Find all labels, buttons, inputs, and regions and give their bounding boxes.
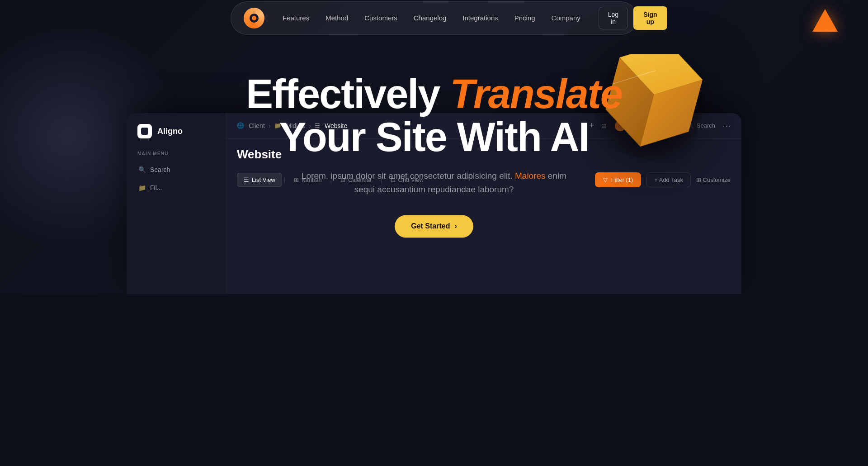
- sidebar-filter-label: Fil...: [150, 184, 162, 191]
- filter-icon: 📁: [138, 184, 146, 191]
- sidebar-search-label: Search: [150, 166, 170, 173]
- page-wrapper: Features Method Customers Changelog Inte…: [0, 0, 868, 466]
- sidebar-logo-text: Aligno: [157, 127, 183, 136]
- sidebar-section-label: MAIN MENU: [134, 151, 218, 156]
- sidebar-item-search[interactable]: 🔍 Search: [134, 162, 218, 178]
- nav-link-features[interactable]: Features: [283, 14, 309, 22]
- nav-inner: Features Method Customers Changelog Inte…: [231, 1, 637, 35]
- get-started-button[interactable]: Get Started ›: [395, 215, 473, 238]
- nav-link-company[interactable]: Company: [552, 14, 580, 22]
- nav-links: Features Method Customers Changelog Inte…: [283, 14, 580, 22]
- nav-item-integrations[interactable]: Integrations: [462, 14, 498, 22]
- nav-link-pricing[interactable]: Pricing: [514, 14, 535, 22]
- nav-link-integrations[interactable]: Integrations: [462, 14, 498, 22]
- nav-logo: [244, 8, 264, 29]
- sidebar-logo: Aligno: [134, 124, 218, 138]
- nav-item-customers[interactable]: Customers: [364, 14, 397, 22]
- signup-button[interactable]: Sign up: [633, 6, 667, 30]
- sidebar-item-filter[interactable]: 📁 Fil...: [134, 180, 218, 196]
- hero-title: Effectively TranslateYour Site With AI: [231, 73, 637, 158]
- nav-link-customers[interactable]: Customers: [364, 14, 397, 22]
- nav-item-changelog[interactable]: Changelog: [414, 14, 447, 22]
- sidebar-logo-icon: [137, 124, 152, 138]
- navbar: Features Method Customers Changelog Inte…: [0, 0, 868, 36]
- hero-title-highlight: Translate: [450, 71, 622, 117]
- app-sidebar: Aligno MAIN MENU 🔍 Search 📁 Fil...: [127, 113, 226, 294]
- hero-subtitle: Lorem, ipsum dolor sit amet consectetur …: [298, 169, 570, 197]
- hero-title-part2: Your Site With AI: [279, 114, 589, 160]
- logo-icon: [244, 8, 264, 29]
- nav-auth: Log in Sign up: [599, 6, 667, 30]
- sidebar-logo-icon-inner: [141, 128, 148, 135]
- nav-link-changelog[interactable]: Changelog: [414, 14, 447, 22]
- search-icon: 🔍: [138, 166, 146, 173]
- hero-subtitle-highlight: Maiores: [515, 171, 546, 181]
- nav-link-method[interactable]: Method: [326, 14, 348, 22]
- nav-item-company[interactable]: Company: [552, 14, 580, 22]
- get-started-label: Get Started: [411, 222, 450, 230]
- hero-subtitle-text: Lorem, ipsum dolor sit amet consectetur …: [302, 171, 566, 194]
- nav-item-features[interactable]: Features: [283, 14, 309, 22]
- hero-content: Effectively TranslateYour Site With AI L…: [231, 73, 637, 238]
- nav-item-pricing[interactable]: Pricing: [514, 14, 535, 22]
- login-button[interactable]: Log in: [599, 7, 628, 29]
- hero-section: Features Method Customers Changelog Inte…: [0, 0, 868, 294]
- logo-inner: [250, 14, 259, 23]
- nav-item-method[interactable]: Method: [326, 14, 348, 22]
- get-started-arrow: ›: [454, 222, 457, 230]
- hero-title-part1: Effectively: [246, 71, 439, 117]
